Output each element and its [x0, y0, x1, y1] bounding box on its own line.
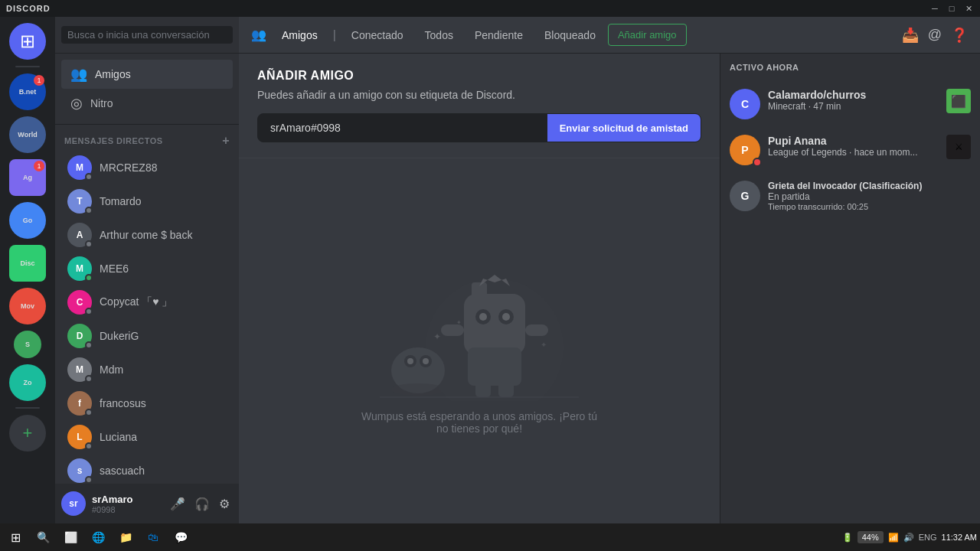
avatar: T — [67, 189, 92, 214]
user-info: srAmaro #0998 — [92, 494, 161, 514]
server-icon-shotcut[interactable]: S — [14, 331, 41, 358]
taskbar-explorer[interactable]: 📁 — [113, 527, 138, 548]
avatar: C — [67, 290, 92, 315]
inbox-icon[interactable]: 📥 — [902, 27, 919, 44]
active-now-header: ACTIVO AHORA — [720, 63, 980, 81]
avatar: f — [67, 391, 92, 416]
status-indicator — [85, 442, 93, 450]
list-item[interactable]: L Luciana — [61, 420, 233, 454]
taskbar-taskview[interactable]: ⬜ — [58, 527, 83, 548]
active-username: Calamardo/churros — [768, 89, 939, 101]
status-indicator — [85, 308, 93, 315]
svg-point-16 — [407, 358, 413, 364]
server-icon-chrome[interactable]: Go — [9, 202, 46, 239]
maximize-button[interactable]: □ — [946, 4, 957, 14]
list-item[interactable]: M MEE6 — [61, 252, 233, 285]
friends-main: AÑADIR AMIGO Puedes añadir a un amigo co… — [239, 54, 720, 523]
add-dm-button[interactable]: + — [222, 134, 230, 148]
deafen-button[interactable]: 🎧 — [191, 495, 213, 513]
tab-amigos[interactable]: Amigos — [273, 24, 327, 46]
active-item: P Pupi Anana League of Legends · hace un… — [720, 127, 980, 173]
tab-pendiente[interactable]: Pendiente — [466, 24, 532, 46]
server-icon-zoom[interactable]: Zo — [9, 364, 46, 401]
list-item[interactable]: A Arthur come $ back — [61, 218, 233, 252]
list-item[interactable]: T Tomardo — [61, 184, 233, 218]
list-item[interactable]: M MRCREZ88 — [61, 151, 233, 184]
avatar: M — [67, 155, 92, 180]
tab-bloqueado[interactable]: Bloqueado — [535, 24, 605, 46]
server-icon-world[interactable]: World — [9, 116, 46, 153]
wumpus-area: ✦ ✦ ✦ Wumpus está esperando a unos amigo… — [239, 158, 720, 523]
taskbar-left: ⊞ 🔍 ⬜ 🌐 📁 🛍 💬 — [3, 527, 193, 548]
taskbar-discord[interactable]: 💬 — [168, 527, 193, 548]
sidebar-item-nitro[interactable]: ◎ Nitro — [61, 89, 233, 118]
list-item[interactable]: D DukeriG — [61, 319, 233, 353]
active-status: Minecraft · 47 min — [768, 101, 939, 112]
avatar: s — [67, 458, 92, 483]
avatar: L — [67, 425, 92, 449]
active-user-info: Grieta del Invocador (Clasificación) En … — [768, 181, 971, 211]
svg-rect-12 — [498, 382, 514, 397]
search-bar — [55, 17, 239, 54]
taskbar-search[interactable]: 🔍 — [31, 527, 55, 548]
dm-name: Luciana — [100, 431, 227, 443]
svg-point-17 — [423, 358, 429, 364]
dm-name: Copycat 「♥ 」 — [100, 295, 227, 309]
tab-anadir-amigo[interactable]: Añadir amigo — [608, 24, 687, 46]
avatar: G — [730, 181, 760, 211]
list-item[interactable]: M Mdm — [61, 353, 233, 386]
mute-button[interactable]: 🎤 — [167, 495, 188, 513]
avatar: C — [730, 89, 760, 119]
dm-name: MRCREZ88 — [100, 161, 227, 174]
taskbar-store[interactable]: 🛍 — [141, 527, 165, 548]
discord-logo-icon: ⊞ — [20, 31, 35, 52]
minimize-button[interactable]: ─ — [929, 4, 940, 14]
svg-rect-10 — [525, 324, 548, 336]
active-now-panel: ACTIVO AHORA C Calamardo/churros Minecra… — [720, 54, 980, 523]
svg-text:✦: ✦ — [433, 331, 441, 342]
list-item[interactable]: C Copycat 「♥ 」 — [61, 285, 233, 319]
home-button[interactable]: ⊞ — [9, 23, 46, 60]
svg-point-18 — [391, 383, 445, 396]
dm-name: DukeriG — [100, 330, 227, 342]
svg-point-6 — [502, 313, 510, 321]
close-button[interactable]: ✕ — [963, 4, 974, 14]
settings-button[interactable]: ⚙ — [216, 495, 233, 513]
svg-point-5 — [479, 313, 487, 321]
server-icon-battlenet[interactable]: B.net 1 — [9, 73, 46, 110]
status-indicator — [85, 274, 93, 282]
help-icon[interactable]: ❓ — [951, 27, 968, 44]
network-icon: 📶 — [888, 533, 899, 543]
server-icon-movav[interactable]: Mov — [9, 288, 46, 324]
server-icon-minecraft[interactable]: Disc — [9, 245, 46, 282]
status-indicator — [85, 173, 93, 181]
app-title: DISCORD — [6, 4, 51, 13]
send-friend-request-button[interactable]: Enviar solicitud de amistad — [547, 114, 701, 142]
sidebar-item-amigos[interactable]: 👥 Amigos — [61, 60, 233, 89]
active-username: Pupi Anana — [768, 135, 939, 147]
app-container: ⊞ B.net 1 World Ag 1 Go Disc Mov S Zo + — [0, 17, 980, 523]
start-button[interactable]: ⊞ — [3, 527, 28, 548]
battery-percent: 44% — [858, 531, 884, 543]
active-status-line1: En partida — [768, 191, 971, 202]
username: srAmaro — [92, 494, 161, 505]
svg-rect-1 — [464, 294, 525, 355]
avatar: D — [67, 324, 92, 348]
add-friend-section: AÑADIR AMIGO Puedes añadir a un amigo co… — [239, 54, 720, 158]
list-item[interactable]: s sascuach — [61, 454, 233, 484]
mention-icon[interactable]: @ — [928, 27, 942, 43]
svg-rect-9 — [441, 324, 464, 336]
taskbar-ie[interactable]: 🌐 — [86, 527, 110, 548]
friend-tag-input[interactable] — [258, 114, 547, 142]
tab-todos[interactable]: Todos — [416, 24, 462, 46]
avatar: M — [67, 256, 92, 281]
server-icon-agpin[interactable]: Ag 1 — [9, 159, 46, 196]
dm-name: sascuach — [100, 465, 227, 477]
search-input[interactable] — [61, 26, 233, 44]
list-item[interactable]: f francosus — [61, 386, 233, 420]
tab-conectado[interactable]: Conectado — [342, 24, 413, 46]
active-item: C Calamardo/churros Minecraft · 47 min ⬛ — [720, 81, 980, 127]
add-server-button[interactable]: + — [9, 415, 46, 452]
tab-divider-1: | — [333, 28, 336, 42]
titlebar: DISCORD ─ □ ✕ — [0, 0, 980, 17]
